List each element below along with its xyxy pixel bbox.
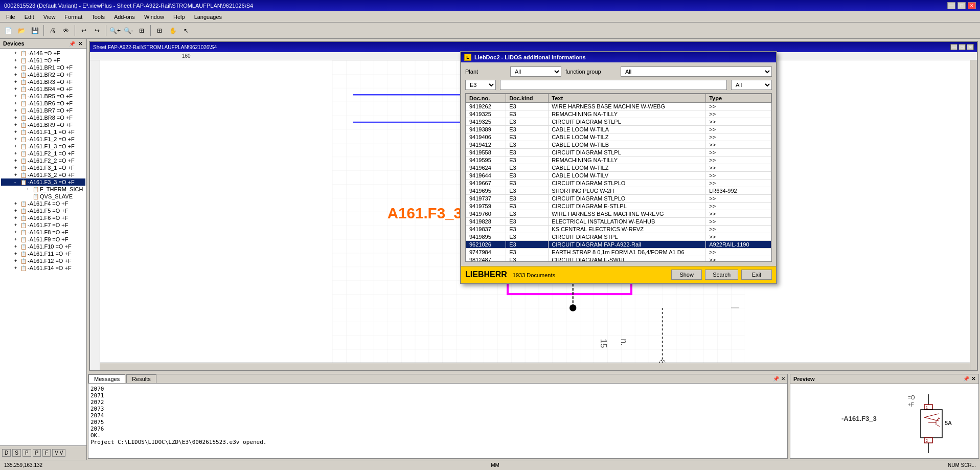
- tree-item-2[interactable]: +📋-A161.BR1 =O +F: [1, 64, 85, 71]
- table-row[interactable]: 9419759E3CIRCUIT DIAGRAM E-STLPL>>: [466, 203, 771, 210]
- table-row[interactable]: 9419595E3REMACHINING NA-TILLY>>: [466, 156, 771, 164]
- table-row[interactable]: 9419895E3CIRCUIT DIAGRAM STPL>>: [466, 233, 771, 241]
- table-row[interactable]: 9747984E3EARTH STRAP 8 0,1m FORM A1 D6,4…: [466, 249, 771, 256]
- menu-languages[interactable]: Languages: [190, 13, 226, 21]
- preview-close-btn[interactable]: ✕: [971, 376, 975, 382]
- table-row[interactable]: 9419667E3CIRCUIT DIAGRAM STLPLO>>: [466, 180, 771, 187]
- tree-expand-icon[interactable]: +: [14, 137, 20, 142]
- zoom-in-button[interactable]: 🔍+: [109, 25, 121, 37]
- maximize-button[interactable]: □: [958, 2, 966, 9]
- tab-messages[interactable]: Messages: [88, 374, 125, 383]
- select-button[interactable]: ↖: [180, 25, 192, 37]
- search-button[interactable]: Search: [705, 270, 738, 280]
- tree-item-18[interactable]: -📋-A161.F3_3 =O +F: [1, 178, 85, 186]
- tree-item-27[interactable]: +📋-A161.F10 =O +F: [1, 243, 85, 250]
- print-button[interactable]: 🖨: [47, 25, 59, 37]
- tree-item-13[interactable]: +📋-A161.F1_3 =O +F: [1, 143, 85, 150]
- table-row[interactable]: 9621026E3CIRCUIT DIAGRAM FAP-A922-RailA9…: [466, 241, 771, 249]
- doctype-filter-select[interactable]: E3: [465, 80, 496, 90]
- table-row[interactable]: 9419760E3WIRE HARNESS BASE MACHINE W-REV…: [466, 210, 771, 218]
- dev-btn-p1[interactable]: P: [22, 449, 31, 457]
- tree-expand-icon[interactable]: +: [14, 101, 20, 106]
- tree-item-25[interactable]: +📋-A161.F8 =O +F: [1, 229, 85, 236]
- table-row[interactable]: 9419624E3CABLE LOOM W-TILZ>>: [466, 164, 771, 172]
- tree-item-7[interactable]: +📋-A161.BR6 =O +F: [1, 100, 85, 107]
- menu-format[interactable]: Format: [60, 13, 86, 21]
- schematic-scrollbar-h[interactable]: [100, 363, 970, 370]
- menu-edit[interactable]: Edit: [20, 13, 38, 21]
- messages-pin-btn[interactable]: 📌: [773, 376, 779, 382]
- dev-btn-v[interactable]: V V: [52, 449, 65, 457]
- plant-select[interactable]: All: [510, 66, 561, 77]
- schematic-maximize-btn[interactable]: □: [959, 44, 966, 50]
- table-row[interactable]: 9419406E3CABLE LOOM W-TILZ>>: [466, 133, 771, 141]
- tree-item-6[interactable]: +📋-A161.BR5 =O +F: [1, 93, 85, 100]
- tree-item-11[interactable]: +📋-A161.F1_1 =O +F: [1, 128, 85, 136]
- tree-expand-icon[interactable]: +: [27, 187, 33, 192]
- tree-expand-icon[interactable]: +: [14, 144, 20, 149]
- tree-item-21[interactable]: +📋-A161.F4 =O +F: [1, 200, 85, 207]
- undo-button[interactable]: ↩: [78, 25, 90, 37]
- dev-btn-d[interactable]: D: [2, 449, 11, 457]
- tree-item-1[interactable]: +📋-A161 =O +F: [1, 57, 85, 64]
- messages-close-btn[interactable]: ✕: [781, 376, 785, 382]
- tree-expand-icon[interactable]: +: [14, 72, 20, 77]
- table-row[interactable]: 9812487E3CIRCUIT DIAGRAM E-SWHI>>: [466, 256, 771, 262]
- dev-btn-f[interactable]: F: [42, 449, 51, 457]
- tree-expand-icon[interactable]: -: [14, 180, 20, 185]
- tree-item-24[interactable]: +📋-A161.F7 =O +F: [1, 221, 85, 229]
- pan-button[interactable]: ✋: [167, 25, 179, 37]
- tree-item-16[interactable]: +📋-A161.F3_1 =O +F: [1, 164, 85, 171]
- panel-pin-button[interactable]: 📌: [68, 41, 76, 47]
- tree-expand-icon[interactable]: +: [14, 265, 20, 271]
- tree-item-3[interactable]: +📋-A161.BR2 =O +F: [1, 71, 85, 78]
- tree-item-8[interactable]: +📋-A161.BR7 =O +F: [1, 107, 85, 114]
- tree-expand-icon[interactable]: +: [14, 208, 20, 213]
- redo-button[interactable]: ↪: [91, 25, 103, 37]
- tree-expand-icon[interactable]: +: [14, 151, 20, 156]
- tree-item-15[interactable]: +📋-A161.F2_2 =O +F: [1, 157, 85, 164]
- tree-expand-icon[interactable]: +: [14, 215, 20, 220]
- tree-item-30[interactable]: +📋-A161.F14 =O +F: [1, 264, 85, 272]
- tree-expand-icon[interactable]: +: [14, 51, 20, 56]
- tree-expand-icon[interactable]: +: [14, 65, 20, 70]
- tree-expand-icon[interactable]: +: [14, 172, 20, 177]
- tree-item-12[interactable]: +📋-A161.F1_2 =O +F: [1, 136, 85, 143]
- table-row[interactable]: 9419389E3CABLE LOOM W-TILA>>: [466, 126, 771, 133]
- panel-close-button[interactable]: ✕: [77, 41, 83, 47]
- zoom-fit-button[interactable]: ⊞: [135, 25, 148, 37]
- preview-pin-btn[interactable]: 📌: [963, 376, 969, 382]
- tab-results[interactable]: Results: [126, 374, 156, 383]
- show-button[interactable]: Show: [671, 270, 702, 280]
- tree-expand-icon[interactable]: +: [14, 58, 20, 63]
- tree-expand-icon[interactable]: +: [14, 94, 20, 99]
- open-button[interactable]: 📂: [15, 25, 28, 37]
- tree-expand-icon[interactable]: +: [14, 251, 20, 256]
- tree-expand-icon[interactable]: +: [14, 129, 20, 135]
- tree-expand-icon[interactable]: +: [14, 165, 20, 170]
- tree-item-9[interactable]: +📋-A161.BR8 =O +F: [1, 114, 85, 121]
- tree-expand-icon[interactable]: +: [14, 108, 20, 113]
- table-row[interactable]: 9419558E3CIRCUIT DIAGRAM STLPL>>: [466, 149, 771, 156]
- schematic-minimize-btn[interactable]: —: [950, 44, 958, 50]
- new-button[interactable]: 📄: [2, 25, 14, 37]
- table-row[interactable]: 9419644E3CABLE LOOM W-TILV>>: [466, 172, 771, 180]
- tree-expand-icon[interactable]: +: [14, 201, 20, 206]
- table-row[interactable]: 9419737E3CIRCUIT DIAGRAM STLPLO>>: [466, 195, 771, 203]
- minimize-button[interactable]: —: [947, 2, 955, 9]
- tree-item-17[interactable]: +📋-A161.F3_2 =O +F: [1, 171, 85, 178]
- tree-item-26[interactable]: +📋-A161.F9 =O +F: [1, 236, 85, 243]
- preview-button[interactable]: 👁: [60, 25, 72, 37]
- table-row[interactable]: 9419262E3WIRE HARNESS BASE MACHINE W-WEB…: [466, 103, 771, 110]
- tree-expand-icon[interactable]: +: [14, 237, 20, 242]
- tree-expand-icon[interactable]: +: [14, 158, 20, 163]
- grid-button[interactable]: ⊞: [153, 25, 166, 37]
- menu-addons[interactable]: Add-ons: [110, 13, 139, 21]
- table-row[interactable]: 9419695E3SHORTING PLUG W-2HLR634-992: [466, 187, 771, 195]
- dev-btn-p2[interactable]: P: [33, 449, 41, 457]
- tree-expand-icon[interactable]: +: [14, 86, 20, 92]
- text-search-input[interactable]: [500, 80, 727, 90]
- close-button[interactable]: ✕: [968, 2, 976, 9]
- menu-window[interactable]: Window: [140, 13, 168, 21]
- tree-expand-icon[interactable]: +: [14, 115, 20, 120]
